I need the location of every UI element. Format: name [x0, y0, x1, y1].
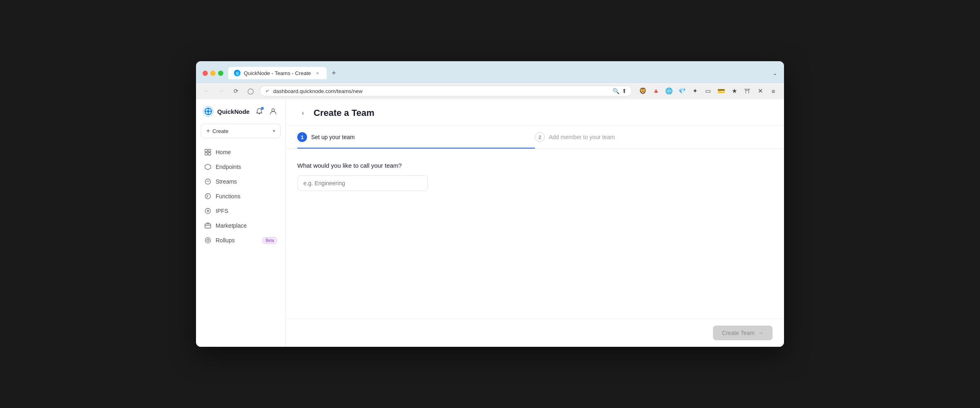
team-name-input[interactable] — [297, 175, 428, 191]
maximize-button[interactable] — [218, 71, 223, 76]
notification-button[interactable] — [254, 106, 265, 117]
svg-point-15 — [205, 208, 211, 214]
form-footer: Create Team → — [286, 319, 784, 347]
bookmark-star-icon[interactable]: ★ — [728, 85, 740, 97]
svg-point-2 — [207, 110, 209, 113]
brave-rewards-icon[interactable]: 🔺 — [650, 85, 662, 97]
address-bar-container[interactable]: 🗸 🔍 ⬆ — [260, 86, 632, 96]
functions-icon — [204, 193, 212, 200]
beta-badge: Beta — [262, 237, 277, 244]
sidebar-item-endpoints-label: Endpoints — [216, 164, 241, 170]
toolbar-icons: 🦁 🔺 🌐 💎 ✦ ▭ 💳 ★ ⛩ ✕ ≡ — [637, 85, 779, 97]
svg-rect-9 — [208, 149, 211, 152]
sidebar-item-rollups-label: Rollups — [216, 237, 235, 244]
rollups-icon — [204, 237, 212, 244]
create-button-label: Create — [212, 128, 228, 134]
sidebar-item-rollups[interactable]: Rollups Beta — [196, 233, 285, 248]
create-team-arrow-icon: → — [758, 330, 764, 336]
share-icon[interactable]: ⬆ — [622, 88, 627, 94]
create-button-left: + Create — [206, 127, 228, 135]
sidebar: QuickNode — [196, 99, 286, 347]
create-plus-icon: + — [206, 127, 210, 135]
browser-back-button[interactable]: ← — [201, 85, 212, 97]
endpoints-icon — [204, 163, 212, 171]
active-tab[interactable]: Q QuickNode - Teams - Create × — [228, 67, 327, 79]
create-button[interactable]: + Create ▾ — [201, 124, 281, 138]
sidebar-header: QuickNode — [196, 106, 285, 124]
address-bar[interactable] — [273, 88, 609, 94]
sidebar-header-icons — [254, 106, 279, 117]
sidebar-item-functions-label: Functions — [216, 193, 241, 200]
tab-favicon: Q — [234, 70, 241, 76]
browser-chrome: Q QuickNode - Teams - Create × + ⌄ ← → ⟳… — [196, 61, 784, 99]
wallet-icon[interactable]: 💳 — [715, 85, 727, 97]
menu-icon[interactable]: ≡ — [768, 85, 779, 97]
tab-title: QuickNode - Teams - Create — [244, 70, 311, 76]
create-team-button[interactable]: Create Team → — [713, 326, 773, 340]
svg-rect-17 — [205, 224, 211, 228]
minimize-button[interactable] — [210, 71, 216, 76]
logo-wrap: QuickNode — [203, 106, 249, 117]
back-button[interactable]: ‹ — [297, 107, 309, 119]
sidebar-item-ipfs[interactable]: IPFS — [196, 204, 285, 218]
sidebar-item-streams[interactable]: Streams — [196, 174, 285, 189]
browser-forward-button[interactable]: → — [216, 85, 227, 97]
traffic-lights — [203, 71, 223, 76]
create-chevron-icon: ▾ — [273, 128, 275, 134]
browser-titlebar: Q QuickNode - Teams - Create × + ⌄ — [196, 61, 784, 82]
reader-mode-icon[interactable]: ▭ — [702, 85, 714, 97]
brave-shield-icon[interactable]: 🦁 — [637, 85, 648, 97]
close-button[interactable] — [203, 71, 208, 76]
search-icon[interactable]: 🔍 — [612, 88, 619, 94]
home-icon — [204, 149, 212, 156]
form-question: What would you like to call your team? — [297, 162, 773, 169]
extension-icon-1[interactable]: 🌐 — [663, 85, 675, 97]
extension-icon-3[interactable]: ✦ — [689, 85, 701, 97]
sidebar-item-home-label: Home — [216, 149, 231, 155]
steps-container: 1 Set up your team 2 Add member to your … — [286, 126, 784, 149]
svg-point-16 — [207, 210, 209, 212]
svg-point-13 — [205, 179, 211, 184]
svg-rect-8 — [205, 149, 207, 152]
svg-rect-10 — [205, 153, 207, 155]
quicknode-logo-icon — [203, 106, 214, 117]
step-2-label: Add member to your team — [549, 134, 615, 140]
step-1-number: 1 — [297, 132, 307, 142]
brave-icon[interactable]: ✕ — [755, 85, 766, 97]
sidebar-nav: Home Endpoints — [196, 145, 285, 340]
svg-point-19 — [205, 238, 211, 243]
sidebar-item-home[interactable]: Home — [196, 145, 285, 160]
streams-icon — [204, 178, 212, 185]
sidebar-item-endpoints[interactable]: Endpoints — [196, 160, 285, 174]
tab-chevron-icon[interactable]: ⌄ — [773, 70, 777, 76]
page-title: Create a Team — [314, 108, 374, 118]
shield-icon[interactable]: ⛩ — [742, 85, 753, 97]
tab-bar: Q QuickNode - Teams - Create × + ⌄ — [228, 67, 777, 79]
browser-reload-button[interactable]: ⟳ — [230, 85, 242, 97]
extension-icon-2[interactable]: 💎 — [676, 85, 688, 97]
browser-window: Q QuickNode - Teams - Create × + ⌄ ← → ⟳… — [196, 61, 784, 347]
sidebar-item-functions[interactable]: Functions — [196, 189, 285, 204]
step-2: 2 Add member to your team — [535, 126, 773, 149]
ipfs-icon — [204, 207, 212, 215]
sidebar-item-streams-label: Streams — [216, 178, 237, 185]
step-1: 1 Set up your team — [297, 126, 535, 149]
browser-bookmark-button[interactable]: ◯ — [245, 85, 256, 97]
tab-close-button[interactable]: × — [314, 70, 321, 76]
step-2-number: 2 — [535, 132, 545, 142]
step-1-label: Set up your team — [311, 134, 355, 140]
svg-marker-12 — [205, 164, 211, 170]
app-layout: QuickNode — [196, 99, 784, 347]
new-tab-button[interactable]: + — [328, 67, 340, 79]
profile-button[interactable] — [267, 106, 279, 117]
user-icon — [270, 108, 277, 115]
sidebar-item-ipfs-label: IPFS — [216, 208, 228, 214]
address-lock-icon: 🗸 — [265, 88, 270, 94]
main-content: ‹ Create a Team 1 Set up your team 2 Add… — [286, 99, 784, 347]
sidebar-item-marketplace-label: Marketplace — [216, 222, 247, 229]
notification-dot — [261, 107, 264, 110]
marketplace-icon — [204, 222, 212, 229]
sidebar-item-marketplace[interactable]: Marketplace — [196, 218, 285, 233]
page-header: ‹ Create a Team — [286, 99, 784, 126]
form-area: What would you like to call your team? — [286, 149, 784, 319]
